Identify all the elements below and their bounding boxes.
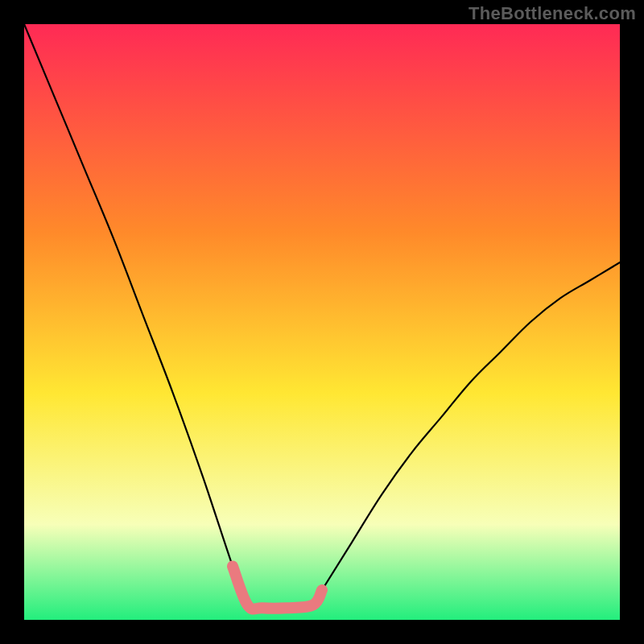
bottleneck-chart xyxy=(0,0,644,644)
watermark-text: TheBottleneck.com xyxy=(469,3,636,24)
chart-frame: TheBottleneck.com xyxy=(0,0,644,644)
